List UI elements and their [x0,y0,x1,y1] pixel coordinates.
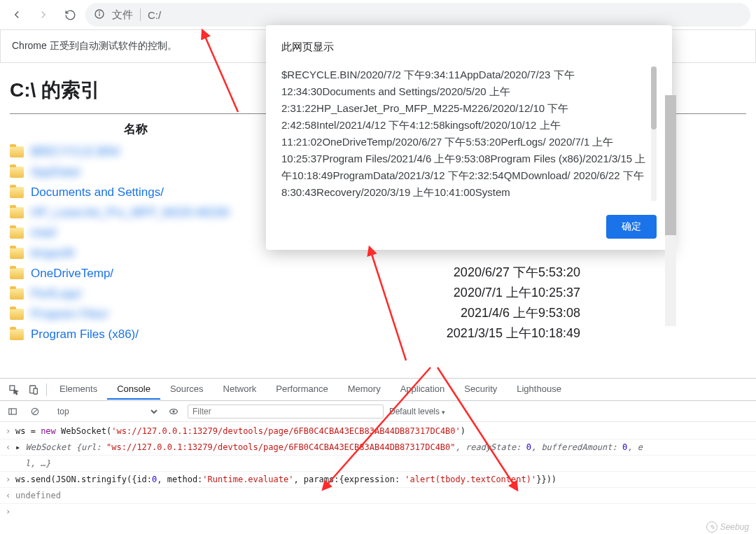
folder-icon [10,146,24,157]
file-link[interactable]: Program Files/ [31,307,108,321]
devtools-panel: ElementsConsoleSourcesNetworkPerformance… [0,378,756,534]
console-sidebar-toggle-icon[interactable] [4,403,21,420]
scrollbar-thumb[interactable] [665,95,676,235]
folder-icon [10,167,24,178]
svg-rect-9 [34,388,37,394]
clear-console-icon[interactable] [27,403,43,420]
file-link[interactable]: AppData/ [31,165,80,179]
tab-memory[interactable]: Memory [338,379,391,400]
alert-ok-button[interactable]: 确定 [606,215,657,239]
alert-scrollbar[interactable] [651,66,657,201]
svg-point-15 [172,410,174,412]
file-label: 文件 [112,8,133,22]
alert-body-text: $RECYCLE.BIN/2020/7/2 下午9:34:11AppData/2… [281,69,645,198]
watermark: ✎ Seebug [706,521,749,533]
console-prompt-line[interactable]: › [0,504,756,519]
folder-icon [10,207,24,218]
folder-icon [10,268,24,279]
file-date: 2020/6/27 下午5:53:20 [412,262,580,283]
folder-icon [10,288,24,300]
svg-line-13 [33,409,37,414]
url-text: C:/ [148,9,161,21]
file-link[interactable]: kingsoft/ [31,246,75,260]
tab-lighthouse[interactable]: Lighthouse [507,379,571,400]
page-scrollbar[interactable] [665,95,676,326]
file-date: 2021/4/6 上午9:53:08 [412,303,580,323]
file-link[interactable]: $RECYCLE.BIN/ [31,145,120,159]
file-link[interactable]: Intel/ [31,226,57,240]
file-link[interactable]: OneDriveTemp/ [31,267,113,281]
alert-body: $RECYCLE.BIN/2020/7/2 下午9:34:11AppData/2… [281,66,657,201]
name-header: 名称 [10,121,262,137]
file-link[interactable]: Documents and Settings/ [31,185,164,199]
back-button[interactable] [6,3,28,26]
console-toolbar: top Default levels [0,401,756,422]
console-output-line: ‹ ▸ WebSocket {url: "ws://127.0.0.1:1327… [0,440,756,456]
log-levels-select[interactable]: Default levels [389,407,445,416]
device-toggle-icon[interactable] [24,380,43,400]
tab-application[interactable]: Application [391,379,455,400]
alert-scrollbar-thumb[interactable] [651,66,657,129]
list-item[interactable]: PerfLogs/ [10,283,746,304]
devtools-tabs: ElementsConsoleSourcesNetworkPerformance… [0,379,756,401]
tab-console[interactable]: Console [107,379,160,400]
folder-icon [10,309,24,320]
console-output-cont: l, …} [0,456,756,472]
list-item[interactable]: Program Files/ [10,304,746,324]
forward-button[interactable] [32,3,55,26]
list-item[interactable]: OneDriveTemp/ [10,263,746,283]
console-input-line: › ws = new WebSocket('ws://127.0.0.1:132… [0,423,756,440]
folder-icon [10,227,24,239]
folder-icon [10,248,24,259]
separator [140,8,141,21]
inspect-icon[interactable] [4,380,24,400]
tab-elements[interactable]: Elements [50,379,107,400]
reload-button[interactable] [59,3,81,26]
alert-dialog: 此网页显示 $RECYCLE.BIN/2020/7/2 下午9:34:11App… [266,25,672,250]
list-item[interactable]: Program Files (x86)/ [10,324,746,344]
alert-title: 此网页显示 [281,41,657,54]
file-date: 2021/3/15 上午10:18:49 [412,323,580,344]
context-select[interactable]: top [55,406,160,417]
info-icon [94,8,105,22]
tab-sources[interactable]: Sources [160,379,214,400]
address-bar[interactable]: 文件 C:/ [85,3,750,27]
svg-rect-10 [9,408,17,414]
file-date: 2020/7/1 上午10:25:37 [412,283,580,303]
console-input-line: › ws.send(JSON.stringify({id:0, method:'… [0,472,756,488]
tab-network[interactable]: Network [214,379,267,400]
console-body[interactable]: › ws = new WebSocket('ws://127.0.0.1:132… [0,422,756,534]
tab-security[interactable]: Security [454,379,507,400]
file-link[interactable]: HP_LaserJet_Pro_MFP_M225-M226/ [31,206,230,220]
live-expression-icon[interactable] [165,403,182,420]
file-link[interactable]: PerfLogs/ [31,287,82,301]
file-link[interactable]: Program Files (x86)/ [31,328,139,342]
infobar-text: Chrome 正受到自动测试软件的控制。 [12,40,177,51]
folder-icon [10,329,24,340]
console-output-line: ‹ undefined [0,488,756,504]
filter-input[interactable] [188,405,384,419]
svg-point-2 [99,12,100,13]
folder-icon [10,187,24,198]
tab-performance[interactable]: Performance [266,379,337,400]
